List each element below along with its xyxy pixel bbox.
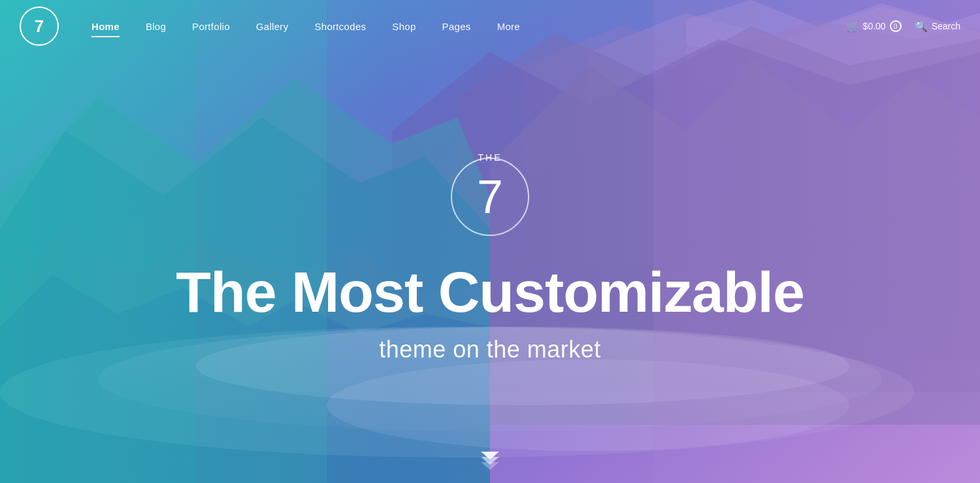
nav-item-blog[interactable]: Blog xyxy=(133,14,179,39)
nav-item-shortcodes[interactable]: Shortcodes xyxy=(301,14,379,39)
search-label: Search xyxy=(932,21,960,31)
nav-item-more[interactable]: More xyxy=(484,14,533,39)
nav-links: Home Blog Portfolio Gallery Shortcodes S… xyxy=(78,14,846,39)
search-button[interactable]: 🔍 Search xyxy=(915,20,960,33)
cart-icon: 🛒 xyxy=(846,20,859,33)
hero-section: 7 Home Blog Portfolio Gallery Shortcodes… xyxy=(0,0,980,483)
cart-count: 0 xyxy=(894,23,898,30)
nav-item-home[interactable]: Home xyxy=(78,14,133,39)
hero-badge: THE 7 xyxy=(451,152,529,236)
search-icon: 🔍 xyxy=(915,20,928,33)
scroll-down-button[interactable] xyxy=(481,452,499,470)
cart-count-badge: 0 xyxy=(890,20,902,32)
nav-item-portfolio[interactable]: Portfolio xyxy=(179,14,243,39)
scroll-arrow-3 xyxy=(481,462,499,470)
logo[interactable]: 7 xyxy=(20,7,59,46)
logo-number: 7 xyxy=(35,16,44,37)
hero-badge-circle: 7 xyxy=(451,158,529,236)
nav-item-pages[interactable]: Pages xyxy=(429,14,484,39)
hero-content: THE 7 The Most Customizable theme on the… xyxy=(0,52,980,483)
hero-badge-number: 7 xyxy=(477,173,503,220)
cart-button[interactable]: 🛒 $0.00 0 xyxy=(846,20,902,33)
nav-item-shop[interactable]: Shop xyxy=(379,14,429,39)
navbar: 7 Home Blog Portfolio Gallery Shortcodes… xyxy=(0,0,980,52)
nav-right: 🛒 $0.00 0 🔍 Search xyxy=(846,20,960,33)
hero-subtitle: theme on the market xyxy=(379,336,601,363)
nav-item-gallery[interactable]: Gallery xyxy=(243,14,302,39)
cart-price: $0.00 xyxy=(863,21,886,31)
hero-title: The Most Customizable xyxy=(176,262,804,322)
